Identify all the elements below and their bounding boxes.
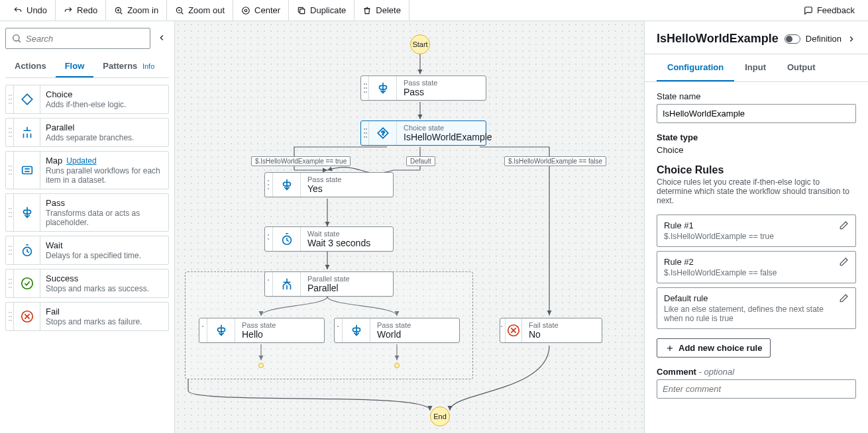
rule-box-2[interactable]: Default rule Like an else statement, def…: [657, 287, 856, 329]
definition-toggle[interactable]: Definition: [785, 34, 856, 44]
delete-icon: [362, 6, 372, 15]
grip-icon: [361, 121, 369, 145]
grip-icon: [6, 85, 14, 113]
zoom-out-button[interactable]: Zoom out: [167, 0, 233, 21]
node-world[interactable]: Pass stateWorld: [334, 318, 460, 343]
tab-flow[interactable]: Flow: [56, 56, 94, 77]
search-input[interactable]: [26, 34, 144, 44]
rule-title: Rule #2: [664, 257, 777, 267]
svg-point-57: [11, 316, 12, 317]
svg-point-68: [364, 91, 365, 93]
svg-point-82: [268, 184, 269, 185]
duplicate-label: Duplicate: [310, 5, 346, 15]
rule-box-1[interactable]: Rule #2 $.IsHelloWorldExample == false: [657, 251, 856, 283]
add-rule-button[interactable]: Add new choice rule: [657, 338, 771, 358]
wait-icon: [273, 227, 301, 251]
flow-item-fail[interactable]: Fail Stops and marks as failure.: [5, 302, 169, 331]
svg-point-71: [366, 91, 367, 93]
flow-item-wait[interactable]: Wait Delays for a specified time.: [5, 236, 169, 265]
svg-text:?: ?: [381, 130, 384, 136]
svg-point-36: [11, 212, 12, 213]
node-name: World: [377, 329, 453, 340]
state-type-label: State type: [657, 132, 856, 142]
undo-button[interactable]: Undo: [5, 0, 56, 21]
svg-point-47: [9, 283, 10, 284]
toolbar: Undo Redo Zoom in Zoom out Center Duplic…: [0, 0, 868, 21]
node-name: Parallel: [307, 283, 386, 293]
tab-patterns[interactable]: Patterns Info: [93, 56, 164, 77]
rule-title: Rule #1: [664, 220, 774, 230]
collapse-sidebar-button[interactable]: [154, 30, 169, 47]
center-button[interactable]: Center: [233, 0, 289, 21]
node-pass[interactable]: Pass statePass: [360, 75, 486, 101]
svg-point-70: [366, 87, 367, 89]
svg-point-32: [9, 208, 10, 209]
svg-point-81: [268, 180, 269, 181]
svg-line-5: [181, 12, 183, 14]
edit-rule-button[interactable]: [838, 220, 849, 233]
svg-point-8: [243, 7, 250, 14]
end-node[interactable]: End: [430, 407, 450, 426]
grip-icon: [6, 194, 14, 231]
node-choice[interactable]: ? Choice stateIsHelloWorldExample: [360, 120, 486, 146]
node-wait[interactable]: Wait stateWait 3 seconds: [264, 226, 394, 252]
node-parallel[interactable]: Parallel stateParallel: [264, 271, 394, 297]
svg-point-28: [11, 166, 12, 167]
redo-button[interactable]: Redo: [56, 0, 106, 21]
workflow-canvas[interactable]: Start Pass statePass ? Choice stateIsHel…: [175, 21, 644, 433]
svg-point-69: [366, 83, 367, 85]
svg-point-40: [9, 250, 10, 251]
zoom-in-button[interactable]: Zoom in: [106, 0, 167, 21]
tab-actions[interactable]: Actions: [5, 56, 56, 77]
svg-point-67: [364, 87, 365, 89]
undo-icon: [13, 6, 23, 15]
flow-item-parallel[interactable]: Parallel Adds separate branches.: [5, 118, 169, 147]
edit-rule-button[interactable]: [838, 293, 849, 306]
rules-list: Rule #1 $.IsHelloWorldExample == true Ru…: [657, 215, 856, 329]
sidebar: Actions Flow Patterns Info Choice Adds i…: [0, 21, 175, 433]
node-hello[interactable]: Pass stateHello: [199, 318, 325, 343]
start-node[interactable]: Start: [410, 34, 430, 54]
tab-output[interactable]: Output: [777, 54, 826, 81]
rule-box-0[interactable]: Rule #1 $.IsHelloWorldExample == true: [657, 215, 856, 247]
flow-item-desc: Stops and marks as success.: [46, 284, 163, 293]
flow-item-map[interactable]: MapUpdated Runs parallel workflows for e…: [5, 151, 169, 189]
grip-icon: [265, 272, 273, 296]
delete-button[interactable]: Delete: [354, 0, 409, 21]
tab-configuration[interactable]: Configuration: [657, 54, 734, 81]
svg-point-37: [11, 216, 12, 217]
svg-point-20: [9, 132, 10, 133]
duplicate-button[interactable]: Duplicate: [289, 0, 354, 21]
edit-rule-button[interactable]: [838, 257, 849, 269]
svg-point-89: [202, 326, 203, 327]
svg-point-27: [9, 173, 10, 175]
node-type: Choice state: [404, 124, 479, 132]
node-no[interactable]: Fail stateNo: [500, 318, 602, 343]
svg-point-78: [366, 136, 367, 138]
chevron-right-icon: [847, 34, 856, 44]
tab-patterns-info[interactable]: Info: [142, 62, 154, 70]
pencil-icon: [838, 293, 849, 304]
tab-input[interactable]: Input: [734, 54, 777, 81]
center-icon: [241, 6, 250, 15]
node-yes[interactable]: Pass stateYes: [264, 172, 394, 197]
search-box[interactable]: [5, 28, 150, 49]
flow-item-pass[interactable]: Pass Transforms data or acts as placehol…: [5, 193, 169, 232]
feedback-button[interactable]: Feedback: [796, 5, 863, 15]
flow-item-success[interactable]: Success Stops and marks as success.: [5, 269, 169, 298]
delete-label: Delete: [376, 5, 401, 15]
svg-point-50: [11, 283, 12, 284]
pass-icon: [273, 173, 301, 197]
toggle-switch[interactable]: [785, 34, 800, 44]
grip-icon: [6, 119, 14, 146]
flow-item-choice[interactable]: Choice Adds if-then-else logic.: [5, 85, 169, 114]
flow-item-desc: Adds separate branches.: [46, 133, 163, 142]
sidebar-tabs: Actions Flow Patterns Info: [5, 56, 169, 78]
node-type: Fail state: [529, 321, 595, 329]
grip-icon: [265, 227, 273, 251]
definition-label: Definition: [806, 34, 841, 44]
flow-item-title: Fail: [46, 307, 163, 316]
svg-point-88: [268, 279, 269, 281]
state-name-input[interactable]: [657, 104, 856, 123]
comment-input[interactable]: [657, 379, 856, 399]
